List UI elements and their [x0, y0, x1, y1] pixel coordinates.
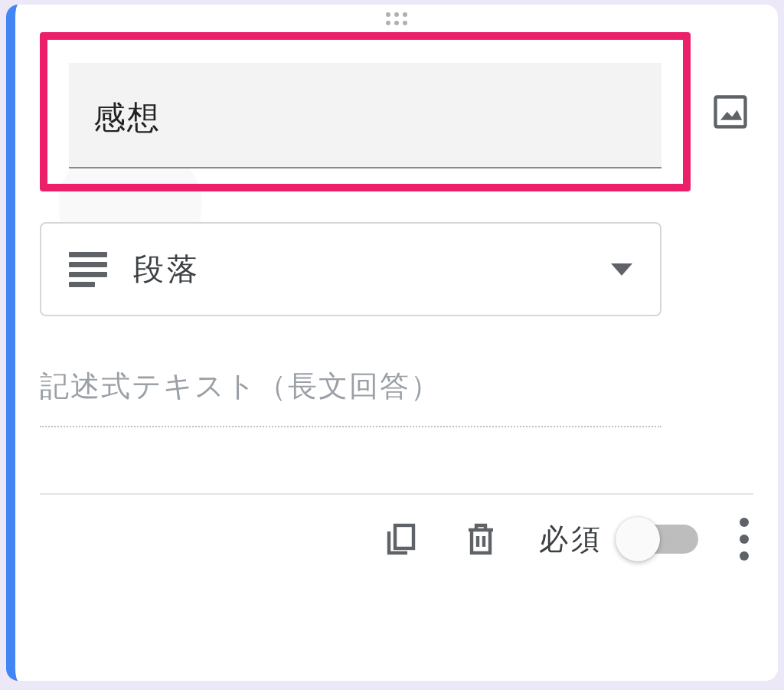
question-type-select[interactable]: 段落 [40, 222, 662, 316]
title-highlight-annotation: 感想 [40, 32, 691, 191]
trash-icon [462, 521, 499, 558]
duplicate-button[interactable] [380, 518, 423, 561]
question-title-input[interactable]: 感想 [69, 63, 662, 168]
card-footer: 必須 [40, 495, 753, 588]
required-switch[interactable] [619, 525, 698, 554]
image-icon [710, 92, 750, 132]
drag-handle-icon[interactable] [386, 12, 407, 25]
switch-thumb [616, 517, 660, 561]
title-row: 感想 [40, 32, 753, 191]
question-title-text: 感想 [93, 100, 161, 136]
copy-icon [383, 521, 420, 558]
svg-rect-0 [716, 97, 746, 127]
chevron-down-icon [611, 263, 632, 276]
answer-preview-placeholder: 記述式テキスト（長文回答） [40, 367, 662, 427]
more-options-button[interactable] [735, 518, 753, 561]
kebab-icon [740, 518, 749, 527]
svg-rect-1 [395, 525, 413, 548]
question-card: 感想 段落 記述式テキスト（長文回答） [6, 5, 778, 681]
add-image-button[interactable] [707, 89, 753, 135]
required-label: 必須 [539, 520, 603, 559]
question-type-label: 段落 [133, 248, 201, 290]
delete-button[interactable] [459, 518, 502, 561]
required-toggle-group: 必須 [539, 520, 698, 559]
paragraph-icon [69, 252, 107, 287]
